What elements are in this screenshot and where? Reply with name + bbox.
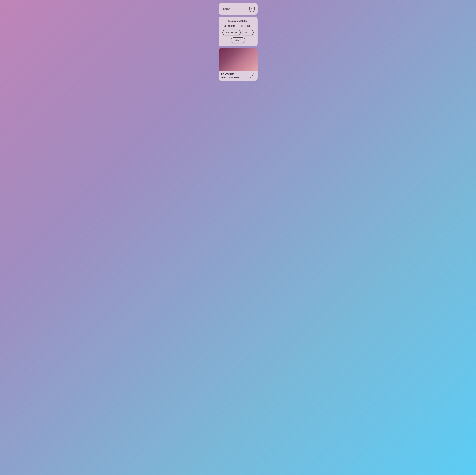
bg-to-color[interactable]: #5CCDF5 — [240, 24, 252, 28]
action-buttons-row: Surprise me! Undo — [222, 30, 254, 35]
language-card: English > — [219, 3, 257, 15]
bg-from-color[interactable]: #F896BB — [224, 24, 235, 28]
undo-button[interactable]: Undo — [242, 30, 254, 35]
pantone-arrow: → — [229, 76, 231, 78]
pantone-from-color[interactable]: #742B51 — [221, 76, 228, 78]
pantone-swatch — [219, 48, 257, 71]
language-label: English — [221, 7, 230, 10]
pantone-card: PANTONE #742B51 → #E5A7AC x — [219, 48, 257, 81]
pantone-title: PANTONE — [221, 73, 240, 76]
pantone-close-button[interactable]: x — [250, 73, 255, 78]
bg-color-gradient: #F896BB → #5CCDF5 — [224, 24, 252, 28]
surprise-me-button[interactable]: Surprise me! — [222, 30, 241, 35]
bg-arrow: → — [237, 24, 239, 28]
bg-color-card: Background Color : #F896BB → #5CCDF5 Sur… — [219, 17, 257, 46]
pantone-info: PANTONE #742B51 → #E5A7AC x — [219, 71, 257, 81]
pantone-label: PANTONE #742B51 → #E5A7AC — [221, 73, 240, 79]
language-chevron-button[interactable]: > — [249, 5, 255, 12]
pantone-colors: #742B51 → #E5A7AC — [221, 76, 240, 79]
bg-color-title: Background Color : — [227, 20, 249, 22]
save-button[interactable]: Save! — [231, 37, 245, 43]
pantone-to-color[interactable]: #E5A7AC — [231, 76, 240, 78]
